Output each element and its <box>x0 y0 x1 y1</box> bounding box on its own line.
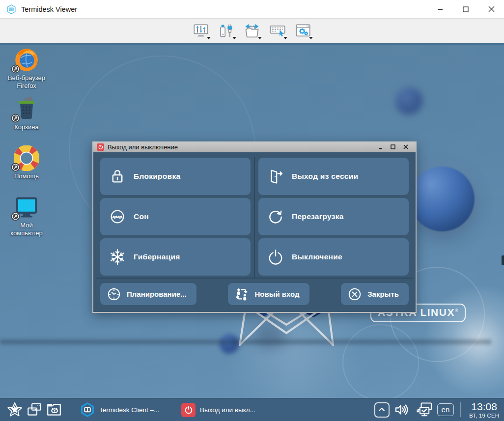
clock-time: 13:08 <box>469 401 499 412</box>
button-label: Закрыть <box>367 290 399 298</box>
shortcut-arrow-icon <box>11 113 20 123</box>
logout-session-button[interactable]: Выход из сессии <box>258 158 409 195</box>
clock[interactable]: 13:08 ВТ, 19 СЕН <box>469 401 499 419</box>
chevron-up-icon <box>378 406 386 414</box>
shortcut-arrow-icon <box>11 212 20 221</box>
screenshot-tool-button[interactable] <box>44 400 64 420</box>
taskbar-separator <box>460 402 461 417</box>
restart-icon <box>267 208 284 225</box>
desktop-icon-help[interactable]: Помощь <box>5 145 48 180</box>
wallpaper-sphere <box>410 167 475 231</box>
panel-edge-handle[interactable] <box>502 255 504 265</box>
button-label: Планирование... <box>127 290 187 298</box>
button-label: Перезагрузка <box>292 212 344 221</box>
desktop-icon-label: Помощь <box>14 172 39 180</box>
shortcut-arrow-icon <box>11 163 20 172</box>
button-label: Выход из сессии <box>292 172 358 181</box>
desktop-icon-trash[interactable]: Корзина <box>5 96 48 131</box>
button-label: Сон <box>134 212 149 221</box>
taskbar: Termidesk Client –... Выход или выкл... <box>0 398 504 421</box>
windows-cascade-icon <box>26 401 43 418</box>
dialog-controls <box>374 142 412 152</box>
viewer-settings-button[interactable] <box>292 21 315 41</box>
power-red-icon <box>181 403 196 417</box>
display-status-button[interactable] <box>414 400 434 420</box>
display-settings-button[interactable] <box>190 21 213 41</box>
dropdown-arrow-icon <box>232 37 236 39</box>
dialog-body: Блокировка Выход из сессии <box>93 152 416 312</box>
start-menu-button[interactable] <box>5 400 25 420</box>
lock-button[interactable]: Блокировка <box>100 158 251 195</box>
sleep-button[interactable]: Сон <box>100 198 251 235</box>
schedule-clock-icon <box>107 287 121 302</box>
dialog-close-button[interactable] <box>399 142 412 152</box>
shutdown-button[interactable]: Выключение <box>258 238 409 276</box>
tray-expand-button[interactable] <box>374 402 390 418</box>
dropdown-arrow-icon <box>207 37 211 39</box>
task-label: Termidesk Client –... <box>99 406 159 414</box>
dialog-titlebar[interactable]: Выход или выключение <box>93 141 416 152</box>
sleep-icon <box>109 208 126 225</box>
folder-eye-icon <box>46 401 62 418</box>
remote-desktop[interactable]: ASTRA LINUX® Веб-б <box>0 43 504 421</box>
wallpaper-sphere <box>395 87 423 115</box>
dropdown-arrow-icon <box>258 37 262 39</box>
button-label: Выключение <box>292 253 342 261</box>
window-controls <box>427 0 504 18</box>
power-icon <box>267 249 284 265</box>
close-button[interactable] <box>478 0 504 18</box>
dialog-footer-divider <box>96 278 413 279</box>
task-logout-dialog[interactable]: Выход или выкл... <box>181 403 266 417</box>
close-circle-icon <box>347 287 362 302</box>
dropdown-arrow-icon <box>283 37 287 39</box>
desktop-icon-my-computer[interactable]: Мой компьютер <box>5 195 48 237</box>
window-titlebar[interactable]: Termidesk Viewer <box>0 0 504 19</box>
volume-button[interactable] <box>393 400 411 420</box>
window-title: Termidesk Viewer <box>21 5 77 13</box>
send-keys-button[interactable] <box>266 21 289 41</box>
new-login-icon <box>234 287 249 302</box>
hibernate-snowflake-icon <box>109 249 126 265</box>
dialog-close-action-button[interactable]: Закрыть <box>341 283 409 305</box>
dialog-maximize-button[interactable] <box>387 142 399 152</box>
monitors-check-icon <box>415 401 433 419</box>
shortcut-arrow-icon <box>11 64 20 74</box>
dialog-title: Выход или выключение <box>108 143 178 151</box>
power-red-icon <box>97 143 104 151</box>
termidesk-hexagon-icon <box>80 402 95 417</box>
speaker-icon <box>393 401 410 418</box>
new-login-button[interactable]: Новый вход <box>228 283 309 305</box>
logout-icon <box>267 168 284 185</box>
desktop-icon-firefox[interactable]: Веб-браузер Firefox <box>5 47 48 90</box>
button-label: Гибернация <box>134 253 180 261</box>
clock-date: ВТ, 19 СЕН <box>469 413 499 419</box>
file-transfer-button[interactable] <box>241 21 264 41</box>
desktop-icon-label: Корзина <box>14 123 39 131</box>
window-list-button[interactable] <box>25 400 44 420</box>
task-termidesk-client[interactable]: Termidesk Client –... <box>80 402 165 417</box>
task-label: Выход или выкл... <box>200 406 255 414</box>
usb-redirect-button[interactable] <box>215 21 238 41</box>
wallpaper-horizon <box>0 338 491 346</box>
dialog-column-divider <box>254 157 255 278</box>
hibernate-button[interactable]: Гибернация <box>100 238 251 276</box>
minimize-button[interactable] <box>427 0 453 18</box>
system-tray: en 13:08 ВТ, 19 СЕН <box>374 400 499 420</box>
termidesk-viewer-window: Termidesk Viewer <box>0 0 504 421</box>
button-label: Блокировка <box>134 172 180 181</box>
dropdown-arrow-icon <box>309 37 313 39</box>
star-icon <box>6 401 23 418</box>
desktop-icon-label: Мой компьютер <box>5 222 48 237</box>
schedule-button[interactable]: Планирование... <box>100 283 196 305</box>
taskbar-separator <box>69 402 69 417</box>
termidesk-logo-icon <box>6 4 17 15</box>
language-indicator[interactable]: en <box>437 403 454 416</box>
restart-button[interactable]: Перезагрузка <box>258 198 409 235</box>
dialog-minimize-button[interactable] <box>374 142 387 152</box>
wallpaper-ring <box>342 324 419 401</box>
maximize-button[interactable] <box>453 0 478 18</box>
logout-dialog: Выход или выключение <box>92 141 417 313</box>
dialog-footer: Планирование... <box>100 283 409 305</box>
lock-icon <box>109 168 126 185</box>
viewer-toolbar <box>0 19 504 43</box>
